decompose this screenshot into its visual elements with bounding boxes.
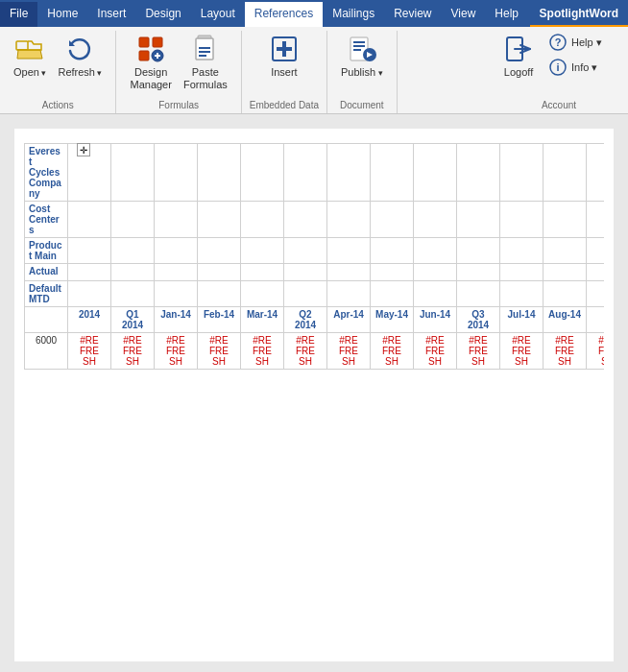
col-header-jan-14: Jan-14 — [155, 307, 198, 333]
svg-rect-4 — [139, 51, 149, 60]
col-header-jul-14: Jul-14 — [500, 307, 543, 333]
svg-rect-0 — [16, 41, 28, 50]
column-headers-row: 2014 Q12014 Jan-14 Feb-14 Mar-14 Q22014 … — [25, 307, 605, 333]
table-cell — [500, 202, 543, 238]
table-cell — [414, 281, 457, 307]
table-cell — [543, 281, 587, 307]
svg-text:?: ? — [555, 36, 562, 48]
tab-review[interactable]: Review — [384, 2, 441, 27]
design-manager-label: DesignManager — [130, 66, 171, 91]
svg-rect-15 — [277, 47, 292, 51]
table-cell — [587, 281, 605, 307]
table-cell — [371, 238, 414, 264]
table-cell — [155, 202, 198, 238]
table-cell — [414, 264, 457, 281]
data-cell: #REFRESH — [241, 333, 284, 370]
table-move-handle[interactable]: ✛ — [77, 143, 90, 156]
insert-icon — [269, 34, 300, 64]
col-header-q3-2014: Q32014 — [457, 307, 500, 333]
table-cell — [543, 202, 587, 238]
table-cell — [241, 202, 284, 238]
table-cell — [543, 144, 587, 202]
publish-button[interactable]: Publish — [335, 31, 389, 82]
open-button[interactable]: Open — [8, 31, 52, 82]
tab-home[interactable]: Home — [37, 2, 87, 27]
table-cell — [543, 264, 587, 281]
table-cell — [371, 144, 414, 202]
data-row: 6000 #REFRESH #REFRESH #REFRESH #REFRESH… — [25, 333, 605, 370]
table-cell — [500, 238, 543, 264]
help-icon: ? — [548, 33, 568, 52]
tab-insert[interactable]: Insert — [87, 2, 135, 27]
tab-view[interactable]: View — [442, 2, 486, 27]
data-cell: #REFRESH — [587, 333, 605, 370]
info-label: Info ▾ — [571, 61, 597, 74]
tab-mailings[interactable]: Mailings — [323, 2, 384, 27]
table-cell — [241, 281, 284, 307]
data-cell: #REFRESH — [543, 333, 587, 370]
logoff-label: Logoff — [504, 66, 533, 79]
row-header-cost-centers: Cost Centers — [25, 202, 68, 238]
tab-spotlightword[interactable]: SpotlightWord — [530, 2, 628, 27]
table-cell — [155, 238, 198, 264]
logoff-button[interactable]: Logoff — [497, 31, 540, 82]
insert-label: Insert — [271, 66, 298, 79]
info-button[interactable]: i Info ▾ — [543, 56, 620, 79]
col-header-q2-2014: Q22014 — [284, 307, 327, 333]
embedded-group-label: Embedded Data — [250, 98, 319, 113]
table-cell — [198, 264, 241, 281]
row-header-actual: Actual — [25, 264, 68, 281]
col-header-aug-14: Aug-14 — [543, 307, 587, 333]
info-icon: i — [548, 58, 568, 77]
document-area: ✛ Everest Cycles Company — [0, 114, 628, 672]
open-icon — [14, 34, 45, 64]
open-label: Open — [13, 66, 46, 79]
table-cell — [241, 264, 284, 281]
svg-rect-10 — [199, 47, 210, 49]
tab-help[interactable]: Help — [485, 2, 528, 27]
tab-file[interactable]: File — [0, 2, 37, 27]
col-header-empty — [25, 307, 68, 333]
design-manager-button[interactable]: DesignManager — [124, 31, 177, 94]
table-cell — [111, 264, 155, 281]
paste-formulas-icon — [190, 34, 221, 64]
table-cell — [284, 202, 327, 238]
table-cell — [241, 144, 284, 202]
svg-rect-17 — [353, 41, 365, 43]
insert-button[interactable]: Insert — [263, 31, 305, 82]
ribbon-group-embedded: Insert Embedded Data — [242, 31, 327, 113]
table-cell — [587, 202, 605, 238]
ribbon-group-document: Publish Document — [327, 31, 398, 113]
row-header-company: Everest Cycles Company — [25, 144, 68, 202]
tab-design[interactable]: Design — [135, 2, 190, 27]
table-cell — [457, 264, 500, 281]
data-cell: #REFRESH — [284, 333, 327, 370]
data-table: Everest Cycles Company — [24, 143, 604, 370]
table-cell — [327, 238, 371, 264]
account-group-label: Account — [497, 98, 620, 113]
data-cell: #REFRESH — [198, 333, 241, 370]
paste-formulas-button[interactable]: PasteFormulas — [178, 31, 233, 94]
tab-layout[interactable]: Layout — [191, 2, 245, 27]
table-cell — [68, 202, 111, 238]
table-row: Default MTD — [25, 281, 605, 307]
tab-references[interactable]: References — [245, 2, 323, 27]
table-cell — [198, 281, 241, 307]
help-button[interactable]: ? Help ▾ — [543, 31, 620, 54]
data-cell: #REFRESH — [371, 333, 414, 370]
table-cell — [198, 144, 241, 202]
refresh-button[interactable]: Refresh — [52, 31, 108, 82]
table-cell — [587, 264, 605, 281]
ribbon-group-formulas: DesignManager PasteFormulas — [116, 31, 241, 113]
col-header-2014: 2014 — [68, 307, 111, 333]
row-header-default-mtd: Default MTD — [25, 281, 68, 307]
data-cell: #REFRESH — [68, 333, 111, 370]
table-row: Product Main — [25, 238, 605, 264]
table-cell — [68, 238, 111, 264]
svg-rect-12 — [199, 55, 206, 57]
data-cell: #REFRESH — [111, 333, 155, 370]
table-cell — [500, 144, 543, 202]
col-header-feb-14: Feb-14 — [198, 307, 241, 333]
row-header-product-main: Product Main — [25, 238, 68, 264]
data-cell: #REFRESH — [327, 333, 371, 370]
